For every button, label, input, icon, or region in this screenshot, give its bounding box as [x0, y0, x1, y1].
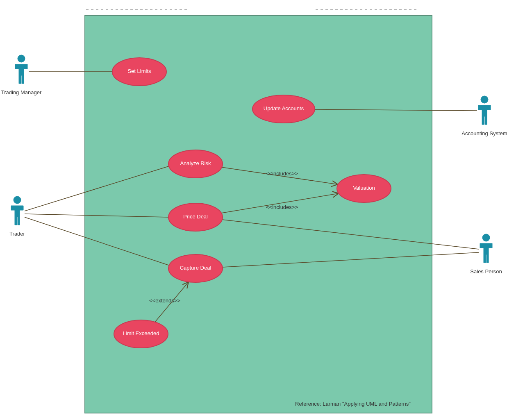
- person-icon: [480, 234, 492, 263]
- svg-text:Trader: Trader: [9, 231, 25, 237]
- usecase-limit-exceeded: Limit Exceeded: [114, 320, 168, 348]
- svg-text:Limit Exceeded: Limit Exceeded: [123, 330, 159, 336]
- svg-text:Price Deal: Price Deal: [183, 213, 208, 220]
- person-icon: [15, 55, 27, 84]
- person-icon: [11, 196, 23, 225]
- svg-text:Set Limits: Set Limits: [127, 68, 151, 74]
- svg-text:Sales Person: Sales Person: [470, 268, 502, 275]
- use-case-diagram: <<includes>> <<includes>> <<extends>> Se…: [0, 0, 532, 420]
- svg-text:Trading Manager: Trading Manager: [1, 89, 42, 95]
- usecase-set-limits: Set Limits: [112, 58, 166, 86]
- svg-text:Capture Deal: Capture Deal: [180, 265, 211, 271]
- include-label-2: <<includes>>: [266, 204, 298, 210]
- svg-text:Valuation: Valuation: [353, 185, 375, 191]
- svg-point-16: [18, 55, 25, 62]
- usecase-analyze-risk: Analyze Risk: [168, 150, 223, 178]
- usecase-update-accounts: Update Accounts: [252, 95, 315, 123]
- svg-point-22: [482, 234, 490, 241]
- usecase-price-deal: Price Deal: [168, 203, 223, 231]
- usecase-valuation: Valuation: [337, 175, 391, 202]
- usecase-capture-deal: Capture Deal: [168, 254, 223, 282]
- actor-accounting-system: Accounting System: [462, 96, 507, 136]
- svg-point-18: [14, 196, 21, 204]
- reference-text: Reference: Larman "Applying UML and Patt…: [295, 401, 411, 407]
- include-label-1: <<includes>>: [266, 170, 298, 177]
- actor-trading-manager: Trading Manager: [1, 55, 42, 95]
- actor-trader: Trader: [9, 196, 25, 237]
- person-icon: [478, 96, 491, 125]
- svg-point-20: [481, 96, 488, 103]
- extend-label-1: <<extends>>: [149, 297, 180, 304]
- svg-text:Analyze Risk: Analyze Risk: [180, 160, 211, 166]
- svg-text:Accounting System: Accounting System: [462, 130, 507, 136]
- actor-sales-person: Sales Person: [470, 234, 502, 275]
- svg-text:Update  Accounts: Update Accounts: [264, 105, 304, 111]
